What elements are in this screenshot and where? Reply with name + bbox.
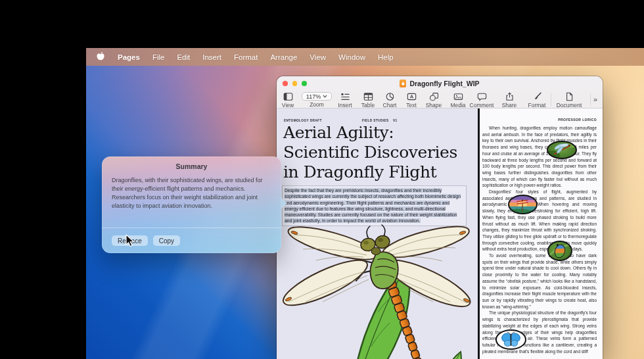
- zoom-value: 117%: [306, 93, 321, 100]
- kicker-right: V1: [393, 119, 398, 122]
- media-icon: [453, 92, 463, 101]
- kicker-center: FIELD STUDIES: [362, 119, 389, 122]
- byline: PROFESSOR LORICO: [482, 118, 597, 122]
- minimize-button[interactable]: [292, 81, 298, 86]
- popup-arrow: [281, 197, 287, 209]
- toolbar-overflow-button[interactable]: »: [593, 95, 597, 103]
- format-button[interactable]: Format: [521, 92, 553, 108]
- menu-item-insert[interactable]: Insert: [202, 53, 221, 61]
- traffic-lights: [283, 81, 307, 86]
- share-button[interactable]: Share: [494, 92, 525, 108]
- popup-title: Summary: [102, 156, 281, 170]
- inline-image-butterfly[interactable]: [495, 329, 526, 350]
- framed-screenshot: Pages File Edit Insert Format Arrange Vi…: [0, 0, 644, 359]
- body-paragraph-3[interactable]: To avoid overheating, some species also …: [482, 252, 597, 310]
- table-icon: [363, 92, 373, 101]
- table-label: Table: [361, 102, 375, 108]
- inline-image-beetle-leaf[interactable]: [547, 241, 572, 261]
- close-button[interactable]: [283, 81, 288, 86]
- document-icon: [564, 92, 574, 101]
- menu-item-edit[interactable]: Edit: [177, 53, 190, 61]
- body-paragraph-2[interactable]: Dragonflies' four styles of flight, augm…: [482, 189, 597, 252]
- text-label: Text: [406, 102, 417, 108]
- comment-icon: [477, 92, 487, 101]
- article-title[interactable]: Aerial Agility: Scientific Discoveries i…: [283, 123, 474, 182]
- popup-summary-text: Dragonflies, with their sophisticated wi…: [102, 170, 281, 210]
- view-label: View: [282, 102, 294, 108]
- insert-icon: [340, 92, 350, 101]
- pages-window: Dragonfly Flight_WIP View 117% Zoom Inse…: [277, 76, 603, 359]
- text-box-icon: [407, 92, 417, 101]
- shape-icon: [429, 92, 439, 101]
- media-label: Media: [450, 102, 465, 108]
- window-title-text: Dragonfly Flight_WIP: [409, 80, 479, 87]
- format-label: Format: [528, 102, 546, 108]
- menu-item-arrange[interactable]: Arrange: [270, 53, 297, 61]
- document-label: Document: [557, 102, 582, 108]
- pages-document-icon: [400, 80, 406, 87]
- zoom-label: Zoom: [310, 101, 324, 108]
- chart-label: Chart: [383, 102, 397, 108]
- comment-button[interactable]: Comment: [466, 92, 497, 108]
- chevron-down-icon: [323, 95, 327, 98]
- kicker-left: ENTOMOLOGY DRAFT: [284, 119, 322, 122]
- page-2: PROFESSOR LORICO When hunting, dragonfli…: [480, 108, 603, 359]
- inline-image-dragonfly-sunset[interactable]: [508, 195, 538, 214]
- zoom-window-button[interactable]: [302, 81, 307, 86]
- title-line-1: Aerial Agility:: [283, 123, 474, 143]
- menu-item-help[interactable]: Help: [378, 53, 394, 61]
- title-line-2: Scientific Discoveries: [283, 143, 474, 162]
- apple-logo-icon[interactable]: [97, 51, 105, 62]
- copy-button[interactable]: Copy: [153, 235, 180, 246]
- menu-item-pages[interactable]: Pages: [118, 53, 140, 61]
- selected-text-frame[interactable]: Despite the fact that they are prehistor…: [282, 185, 467, 226]
- share-icon: [505, 92, 515, 101]
- selected-paragraph[interactable]: Despite the fact that they are prehistor…: [285, 188, 461, 223]
- document-canvas: ENTOMOLOGY DRAFT FIELD STUDIES V1 Aerial…: [277, 108, 603, 359]
- window-titlebar[interactable]: Dragonfly Flight_WIP: [277, 76, 603, 91]
- format-brush-icon: [532, 92, 542, 101]
- document-button[interactable]: Document: [551, 92, 587, 108]
- menu-item-view[interactable]: View: [310, 53, 326, 61]
- page-1: ENTOMOLOGY DRAFT FIELD STUDIES V1 Aerial…: [277, 108, 478, 359]
- window-title: Dragonfly Flight_WIP: [277, 76, 603, 91]
- menu-item-file[interactable]: File: [152, 53, 165, 61]
- menu-bar: Pages File Edit Insert Format Arrange Vi…: [86, 48, 644, 66]
- body-paragraph-1[interactable]: When hunting, dragonflies employ motion …: [482, 125, 597, 189]
- insert-label: Insert: [338, 102, 352, 108]
- pie-chart-icon: [385, 92, 395, 101]
- inline-image-dragonfly-green[interactable]: [547, 141, 577, 159]
- mouse-cursor: [126, 234, 135, 247]
- toolbar-separator: [590, 93, 591, 106]
- dragonfly-illustration[interactable]: [278, 224, 476, 359]
- toolbar: View 117% Zoom Insert Table Chart: [277, 91, 603, 108]
- menu-item-window[interactable]: Window: [338, 53, 365, 61]
- menu-item-format[interactable]: Format: [234, 53, 258, 61]
- macos-desktop: Pages File Edit Insert Format Arrange Vi…: [86, 48, 644, 359]
- shape-label: Shape: [426, 102, 442, 108]
- title-line-3: in Dragonfly Flight: [283, 162, 474, 182]
- share-label: Share: [502, 102, 517, 108]
- comment-label: Comment: [470, 102, 494, 108]
- sidebar-icon: [283, 92, 293, 101]
